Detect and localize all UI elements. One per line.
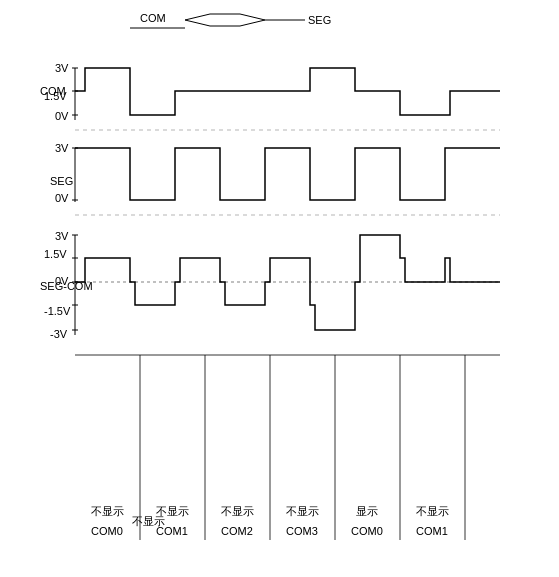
- seg-com-neg3v-label: -3V: [50, 328, 68, 340]
- seg-com-3v-label: 3V: [55, 230, 69, 242]
- com-0v-label: 0V: [55, 110, 69, 122]
- svg-marker-1: [185, 14, 265, 26]
- com-label-3: COM3: [286, 525, 318, 537]
- com-label-2: COM2: [221, 525, 253, 537]
- seg-com-1_5v-label: 1.5V: [44, 248, 67, 260]
- seg-com-0v-label: 0V: [55, 275, 69, 287]
- display-status-5: 不显示: [416, 505, 449, 517]
- display-status-0: 不显示: [91, 505, 124, 517]
- seg-0v-label: 0V: [55, 192, 69, 204]
- display-status-2: 不显示: [221, 505, 254, 517]
- com-label-5: COM1: [416, 525, 448, 537]
- com-label-4: COM0: [351, 525, 383, 537]
- com-3v-label: 3V: [55, 62, 69, 74]
- com-label-0: COM0: [91, 525, 123, 537]
- com-1_5v-label: 1.5V: [44, 90, 67, 102]
- seg-3v-label: 3V: [55, 142, 69, 154]
- display-status-4: 显示: [356, 505, 378, 517]
- com-top-label: COM: [140, 12, 166, 24]
- display-status-3: 不显示: [286, 505, 319, 517]
- display-status-1: 不显示: [156, 505, 189, 517]
- seg-top-label: SEG: [308, 14, 331, 26]
- com-label-1: COM1: [156, 525, 188, 537]
- seg-com-neg1_5v-label: -1.5V: [44, 305, 71, 317]
- seg-signal-label: SEG: [50, 175, 73, 187]
